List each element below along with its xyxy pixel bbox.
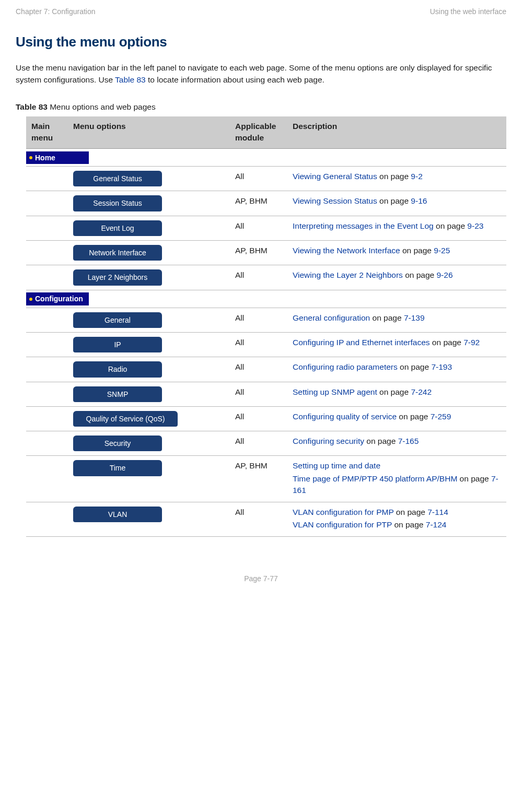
- cell-module: AP, BHM: [230, 191, 287, 216]
- desc-link[interactable]: Viewing General Status: [293, 172, 377, 181]
- cell-menu-option: Security: [68, 431, 230, 456]
- cell-description: Setting up SNMP agent on page 7-242: [287, 382, 506, 406]
- cell-module: All: [230, 431, 287, 456]
- desc-page[interactable]: 7-139: [404, 313, 425, 322]
- cell-module: All: [230, 167, 287, 191]
- table-row: Qaulity of Service (QoS)AllConfiguring q…: [26, 406, 506, 431]
- desc-page[interactable]: 7-114: [427, 508, 448, 516]
- configuration-menu[interactable]: Configuration: [26, 292, 89, 305]
- cell-menu-option: General: [68, 308, 230, 332]
- intro-table-link[interactable]: Table 83: [115, 75, 146, 84]
- menu-pill[interactable]: Network Interface: [73, 245, 162, 261]
- desc-link[interactable]: General configuration: [293, 313, 370, 322]
- cell-module: All: [230, 406, 287, 431]
- desc-mid: on page: [377, 196, 411, 205]
- desc-mid: on page: [397, 412, 431, 421]
- th-description: Description: [287, 116, 506, 148]
- cell-description: Viewing General Status on page 9-2: [287, 167, 506, 191]
- menu-pill[interactable]: Layer 2 Neighbors: [73, 269, 162, 285]
- desc-link[interactable]: Viewing the Layer 2 Neighbors: [293, 270, 403, 279]
- th-applicable-module: Applicable module: [230, 116, 287, 148]
- table-row: RadioAllConfiguring radio parameters on …: [26, 357, 506, 382]
- cell-module: All: [230, 216, 287, 240]
- cell-module: AP, BHM: [230, 456, 287, 502]
- table-body: HomeGeneral StatusAllViewing General Sta…: [26, 148, 506, 536]
- desc-mid: on page: [434, 221, 468, 230]
- cell-module: All: [230, 357, 287, 382]
- desc-page[interactable]: 9-26: [436, 270, 453, 279]
- desc-page[interactable]: 7-124: [426, 520, 447, 529]
- desc-link[interactable]: Setting up SNMP agent: [293, 387, 377, 396]
- menu-pill[interactable]: SNMP: [73, 386, 162, 402]
- table-row: SecurityAllConfiguring security on page …: [26, 431, 506, 456]
- menu-pill[interactable]: General: [73, 312, 162, 328]
- desc-page[interactable]: 7-165: [398, 437, 419, 445]
- page-header: Chapter 7: Configuration Using the web i…: [16, 0, 506, 32]
- desc-link[interactable]: Configuring quality of service: [293, 412, 397, 421]
- cell-description: Viewing Session Status on page 9-16: [287, 191, 506, 216]
- table-caption-num: Table 83: [16, 102, 48, 111]
- desc-page[interactable]: 9-2: [411, 172, 422, 181]
- table-row: GeneralAllGeneral configuration on page …: [26, 308, 506, 332]
- table-row-home-header: Home: [26, 148, 506, 166]
- cell-menu-option: Radio: [68, 357, 230, 382]
- menu-pill[interactable]: Radio: [73, 361, 162, 377]
- cell-menu-option: Time: [68, 456, 230, 502]
- table-caption-rest: Menu options and web pages: [48, 102, 156, 111]
- desc-link[interactable]: Viewing Session Status: [293, 196, 377, 205]
- menu-pill[interactable]: Qaulity of Service (QoS): [73, 411, 178, 427]
- cell-menu-option: Session Status: [68, 191, 230, 216]
- desc-link[interactable]: VLAN configuration for PMP: [293, 508, 394, 516]
- desc-mid: on page: [430, 338, 464, 347]
- menu-pill[interactable]: VLAN: [73, 507, 162, 522]
- desc-mid: on page: [392, 520, 426, 529]
- menu-pill[interactable]: Session Status: [73, 195, 162, 211]
- cell-description: Configuring radio parameters on page 7-1…: [287, 357, 506, 382]
- desc-page[interactable]: 7-242: [411, 387, 432, 396]
- desc-mid: on page: [457, 474, 491, 483]
- cell-module: All: [230, 502, 287, 536]
- cell-menu-option: VLAN: [68, 502, 230, 536]
- cell-description: Setting up time and dateTime page of PMP…: [287, 456, 506, 502]
- cell-description: VLAN configuration for PMP on page 7-114…: [287, 502, 506, 536]
- menu-pill[interactable]: Security: [73, 436, 162, 451]
- desc-mid: on page: [400, 246, 434, 255]
- cell-module: All: [230, 308, 287, 332]
- desc-link[interactable]: Configuring radio parameters: [293, 362, 398, 371]
- desc-page[interactable]: 7-193: [431, 362, 452, 371]
- desc-page[interactable]: 9-16: [411, 196, 427, 205]
- desc-link[interactable]: Interpreting messages in the Event Log: [293, 221, 434, 230]
- menu-pill[interactable]: IP: [73, 337, 162, 352]
- cell-description: Viewing the Layer 2 Neighbors on page 9-…: [287, 265, 506, 290]
- page-title: Using the menu options: [16, 32, 506, 52]
- header-left: Chapter 7: Configuration: [16, 6, 96, 17]
- desc-page[interactable]: 9-25: [434, 246, 450, 255]
- desc-page[interactable]: 9-23: [467, 221, 483, 230]
- desc-link[interactable]: VLAN configuration for PTP: [293, 520, 392, 529]
- table-row: Event LogAllInterpreting messages in the…: [26, 216, 506, 240]
- cell-module: AP, BHM: [230, 240, 287, 265]
- page-footer: Page 7-77: [16, 573, 506, 584]
- home-menu[interactable]: Home: [26, 151, 89, 164]
- table-row: VLANAllVLAN configuration for PMP on pag…: [26, 502, 506, 536]
- cell-description: Viewing the Network Interface on page 9-…: [287, 240, 506, 265]
- desc-link[interactable]: Setting up time and date: [293, 461, 380, 470]
- menu-pill[interactable]: Event Log: [73, 220, 162, 236]
- desc-link[interactable]: Time page of PMP/PTP 450 platform AP/BHM: [293, 474, 457, 483]
- config-label: Configuration: [35, 293, 83, 304]
- desc-link[interactable]: Viewing the Network Interface: [293, 246, 400, 255]
- intro-paragraph: Use the menu navigation bar in the left …: [16, 62, 506, 86]
- cell-menu-option: Network Interface: [68, 240, 230, 265]
- menu-pill[interactable]: Time: [73, 460, 162, 476]
- table-row: TimeAP, BHMSetting up time and dateTime …: [26, 456, 506, 502]
- table-row: General StatusAllViewing General Status …: [26, 167, 506, 191]
- table-row: Layer 2 NeighborsAllViewing the Layer 2 …: [26, 265, 506, 290]
- desc-page[interactable]: 7-259: [431, 412, 451, 421]
- desc-page[interactable]: 7-92: [463, 338, 480, 347]
- menu-pill[interactable]: General Status: [73, 171, 162, 186]
- cell-module: All: [230, 332, 287, 357]
- cell-module: All: [230, 265, 287, 290]
- desc-link[interactable]: Configuring IP and Ethernet interfaces: [293, 338, 430, 347]
- th-main-menu: Main menu: [26, 116, 68, 148]
- desc-link[interactable]: Configuring security: [293, 437, 364, 445]
